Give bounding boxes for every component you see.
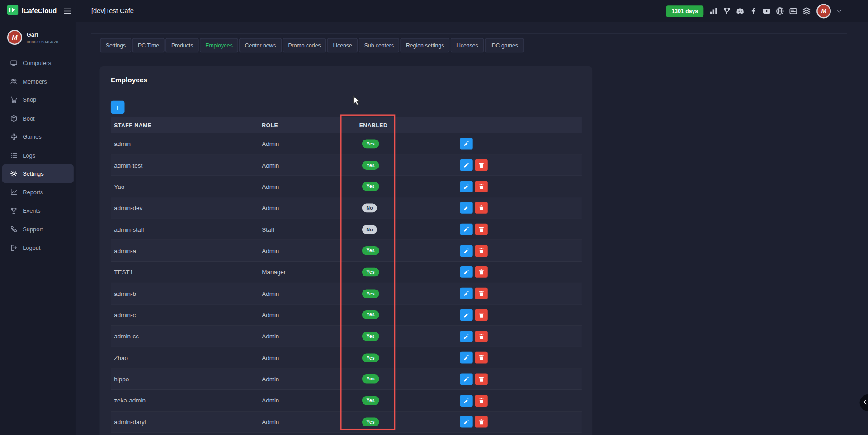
edit-button[interactable] [460,309,473,321]
delete-button[interactable] [475,202,488,214]
pencil-icon [463,398,469,403]
tab-settings[interactable]: Settings [100,38,132,52]
layers-icon[interactable] [802,7,811,16]
user-profile[interactable]: M Gari 0086112345678 [0,22,76,50]
delete-button[interactable] [475,331,488,342]
staff-name: admin-b [111,290,262,297]
sidebar-item-logout[interactable]: Logout [2,239,74,257]
sidebar-item-events[interactable]: Events [2,201,74,220]
sidebar-item-label: Settings [23,170,43,177]
pencil-icon [463,183,469,189]
edit-button[interactable] [460,202,473,214]
sidebar-item-members[interactable]: Members [2,72,74,91]
sidebar-item-reports[interactable]: Reports [2,183,74,201]
trash-icon [478,183,484,189]
profile-name: Gari [27,31,58,37]
main-content: SettingsPC TimeProductsEmployeesCenter n… [76,22,868,435]
pencil-icon [463,205,469,211]
tab-region-settings[interactable]: Region settings [401,38,450,52]
edit-button[interactable] [460,159,473,171]
edit-button[interactable] [460,416,473,428]
tab-center-news[interactable]: Center news [239,38,281,52]
card-title: Employees [111,76,581,84]
trash-icon [478,290,484,296]
tab-promo-codes[interactable]: Promo codes [283,38,326,52]
delete-button[interactable] [475,288,488,299]
status-badge: Yes [362,374,379,384]
edit-button[interactable] [460,224,473,235]
pencil-icon [463,162,469,168]
trash-icon [478,376,484,382]
staff-role: Manager [262,269,359,276]
delete-button[interactable] [475,416,488,428]
table-row: admin-ccAdminYes [111,326,582,347]
table-row: TEST1ManagerYes [111,262,582,283]
chevron-down-icon[interactable] [836,8,842,14]
table-row: zeka-adminAdminYes [111,390,582,412]
delete-button[interactable] [475,159,488,171]
status-badge: No [362,203,377,212]
trash-icon [478,419,484,425]
add-employee-button[interactable]: + [111,101,125,114]
sidebar-item-label: Reports [23,189,43,196]
tab-sub-centers[interactable]: Sub centers [359,38,399,52]
globe-icon[interactable] [776,7,785,16]
sidebar-item-games[interactable]: Games [2,127,74,146]
staff-role: Admin [262,397,359,404]
edit-button[interactable] [460,395,473,407]
sidebar-item-settings[interactable]: Settings [2,164,74,183]
status-badge: Yes [362,139,379,148]
days-badge[interactable]: 1301 days [666,5,703,17]
edit-button[interactable] [460,138,473,150]
facebook-icon[interactable] [749,7,758,16]
status-badge: Yes [362,332,379,341]
boot-icon [10,114,18,122]
edit-button[interactable] [460,331,473,342]
user-avatar[interactable]: M [816,4,831,19]
table-header: STAFF NAME ROLE ENABLED [111,117,582,134]
edit-button[interactable] [460,352,473,364]
sidebar-item-shop[interactable]: Shop [2,91,74,109]
tab-products[interactable]: Products [166,38,199,52]
edit-button[interactable] [460,373,473,385]
delete-button[interactable] [475,245,488,257]
tab-idc-games[interactable]: IDC games [485,38,524,52]
staff-role: Admin [262,419,359,426]
delete-button[interactable] [475,309,488,321]
trash-icon [478,269,484,275]
sidebar-item-logs[interactable]: Logs [2,146,74,164]
delete-button[interactable] [475,395,488,407]
delete-button[interactable] [475,181,488,192]
tab-pc-time[interactable]: PC Time [132,38,165,52]
edit-button[interactable] [460,288,473,299]
staff-name: admin-test [111,162,262,168]
youtube-icon[interactable] [762,7,771,16]
tab-licenses[interactable]: Licenses [451,38,484,52]
delete-button[interactable] [475,373,488,385]
discord-icon[interactable] [736,7,745,16]
stats-icon[interactable] [709,7,718,16]
delete-button[interactable] [475,352,488,364]
delete-button[interactable] [475,267,488,278]
sidebar-item-support[interactable]: Support [2,220,74,239]
edit-button[interactable] [460,181,473,192]
profile-meta: Gari 0086112345678 [27,31,58,44]
app-window: iCafeCloud M Gari 0086112345678 Computer… [0,0,868,435]
staff-name: Zhao [111,355,262,361]
card-icon[interactable] [789,7,798,16]
status-badge: No [362,225,377,234]
pencil-icon [463,140,469,146]
sidebar-item-boot[interactable]: Boot [2,109,74,127]
trophy-icon[interactable] [722,7,731,16]
events-icon [10,207,18,215]
edit-button[interactable] [460,267,473,278]
edit-button[interactable] [460,245,473,257]
delete-button[interactable] [475,224,488,235]
sidebar-item-computers[interactable]: Computers [2,54,74,72]
games-icon [10,133,18,140]
tab-license[interactable]: License [327,38,358,52]
menu-toggle-button[interactable] [63,7,72,17]
tab-employees[interactable]: Employees [200,38,238,52]
chevron-left-icon [862,398,868,407]
staff-role: Admin [262,248,359,254]
